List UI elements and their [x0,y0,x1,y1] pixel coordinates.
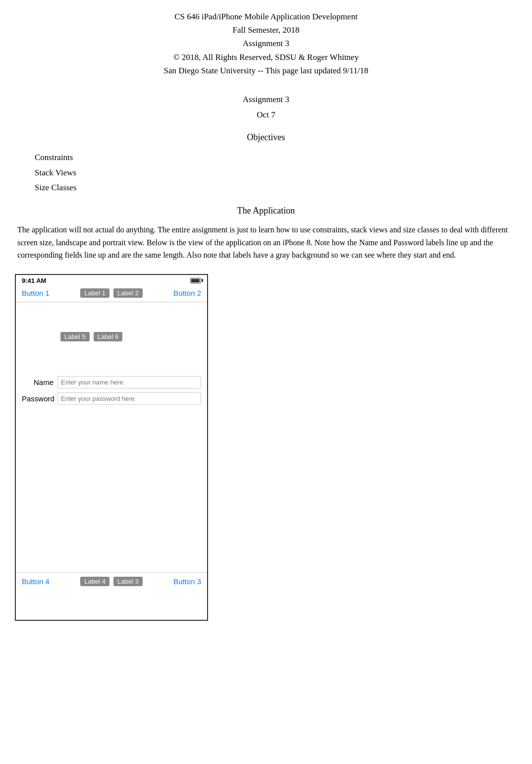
bottom-label3: Label 3 [113,577,143,586]
middle-label6: Label 6 [94,332,123,341]
form-password-row: Password [22,392,201,405]
form-name-input[interactable] [57,376,201,388]
iphone-top-navbar: Button 1 Label 1 Label 2 Button 2 [16,286,207,302]
top-button2[interactable]: Button 2 [173,289,201,297]
iphone-mockup: 9:41 AM Button 1 Label 1 Label 2 Button … [15,274,208,621]
form-name-row: Name [22,376,201,388]
header-line3: Assignment 3 [15,37,517,50]
page-container: CS 646 iPad/iPhone Mobile Application De… [0,0,532,631]
assignment-date: Oct 7 [15,108,517,123]
assignment-title: Assignment 3 [15,92,517,108]
header-line1: CS 646 iPad/iPhone Mobile Application De… [15,10,517,23]
form-password-label: Password [22,394,57,403]
iphone-spacer [16,419,207,572]
top-button1[interactable]: Button 1 [22,289,50,297]
objective-item-constraints: Constraints [35,150,517,165]
header-line2: Fall Semester, 2018 [15,23,517,37]
header-line5: San Diego State University -- This page … [15,64,517,77]
header-section: CS 646 iPad/iPhone Mobile Application De… [15,10,517,77]
middle-labels: Label 5 Label 6 [60,332,207,341]
bottom-label4: Label 4 [80,577,109,586]
middle-labels-section: Label 5 Label 6 [16,302,207,371]
top-label1: Label 1 [80,288,109,298]
iphone-status-bar: 9:41 AM [16,275,207,286]
header-line4: © 2018, All Rights Reserved, SDSU & Roge… [15,51,517,64]
battery-fill [191,279,200,282]
assignment-title-section: Assignment 3 Oct 7 [15,92,517,122]
status-time: 9:41 AM [22,277,46,284]
objective-item-sizeclasses: Size Classes [35,180,517,196]
form-section: Name Password [16,371,207,419]
application-heading: The Application [15,206,517,216]
middle-label5: Label 5 [60,332,90,341]
battery-icon [190,278,201,283]
objectives-heading: Objectives [15,132,517,143]
objectives-list: Constraints Stack Views Size Classes [35,150,517,196]
form-name-label: Name [22,378,57,386]
iphone-bottom-navbar: Button 4 Label 4 Label 3 Button 3 [16,572,207,591]
form-password-input[interactable] [57,392,201,405]
bottom-button3[interactable]: Button 3 [173,577,201,586]
top-label2: Label 2 [113,288,143,298]
bottom-button4[interactable]: Button 4 [22,577,50,586]
status-battery [190,278,201,283]
objective-item-stackviews: Stack Views [35,165,517,181]
application-description: The application will not actual do anyth… [15,223,517,262]
top-nav-labels: Label 1 Label 2 [80,288,142,298]
bottom-nav-labels: Label 4 Label 3 [80,577,142,586]
